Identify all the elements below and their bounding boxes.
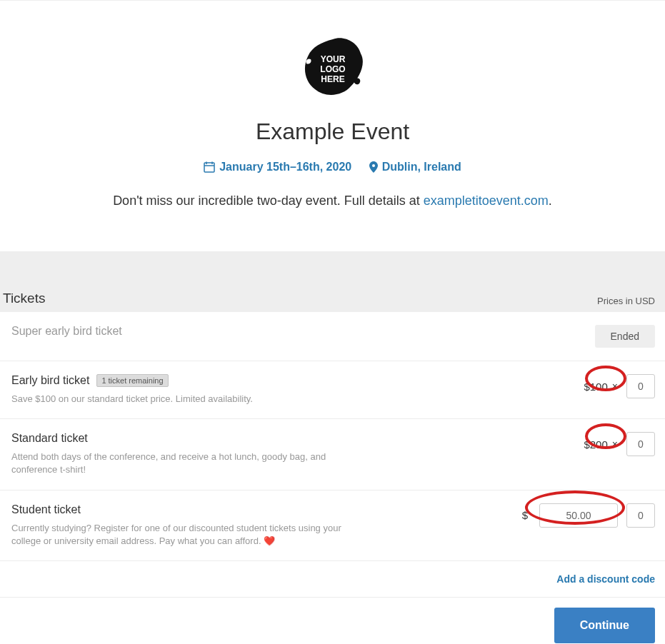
ticket-desc-prefix: Currently studying? Register for one of … (11, 523, 341, 546)
tickets-header: Tickets Prices in USD (0, 291, 665, 312)
price-input[interactable] (539, 503, 618, 528)
event-location: Dublin, Ireland (369, 161, 461, 173)
event-header: YOUR LOGO HERE Example Event January 15t… (0, 0, 665, 251)
multiply-icon: × (612, 438, 618, 450)
currency-symbol: $ (522, 509, 528, 521)
continue-row: Continue (0, 598, 665, 644)
discount-row: Add a discount code (0, 561, 665, 598)
ticket-name: Standard ticket (11, 432, 88, 445)
ticket-name: Early bird ticket 1 ticket remaining (11, 374, 169, 387)
heart-icon: ❤️ (264, 535, 275, 546)
logo-wrap: YOUR LOGO HERE (14, 36, 651, 101)
event-date-text: January 15th–16th, 2020 (219, 161, 351, 173)
quantity-input[interactable] (626, 432, 655, 456)
prices-in-label: Prices in USD (597, 296, 655, 306)
ticket-list: Super early bird ticket Ended Early bird… (0, 312, 665, 644)
ticket-name-text: Early bird ticket (11, 374, 89, 387)
tickets-section: Tickets Prices in USD Super early bird t… (0, 251, 665, 644)
ticket-price-value: $100 (584, 381, 607, 393)
ticket-row-standard: Standard ticket Attend both days of the … (0, 419, 665, 490)
event-date: January 15th–16th, 2020 (204, 161, 351, 173)
ticket-description: Save $100 on our standard ticket price. … (11, 393, 354, 406)
logo-text-1: YOUR (320, 54, 345, 64)
ticket-price: $100 × (584, 381, 618, 393)
event-title: Example Event (14, 119, 651, 145)
ticket-price: $200 × (584, 438, 618, 451)
quantity-input[interactable] (626, 503, 655, 528)
ticket-name: Super early bird ticket (11, 325, 122, 338)
multiply-icon: × (612, 381, 618, 392)
location-pin-icon (369, 161, 378, 173)
ticket-row-super-early: Super early bird ticket Ended (0, 312, 665, 361)
calendar-icon (204, 161, 215, 173)
logo-placeholder: YOUR LOGO HERE (301, 36, 365, 101)
event-description: Don't miss our incredible two-day event.… (14, 193, 651, 208)
logo-text-2: LOGO (320, 64, 345, 74)
logo-text-3: HERE (321, 74, 344, 84)
ticket-description: Attend both days of the conference, and … (11, 451, 354, 476)
continue-button[interactable]: Continue (554, 608, 655, 643)
event-desc-link[interactable]: exampletitoevent.com (424, 193, 549, 208)
svg-rect-0 (204, 163, 214, 172)
event-desc-suffix: . (549, 193, 552, 208)
discount-code-link[interactable]: Add a discount code (556, 573, 655, 585)
event-desc-prefix: Don't miss our incredible two-day event.… (113, 193, 424, 208)
ended-badge: Ended (595, 325, 655, 348)
ticket-name: Student ticket (11, 503, 81, 516)
ticket-price-value: $200 (584, 438, 607, 451)
ticket-remaining-badge: 1 ticket remaining (96, 374, 168, 387)
ticket-row-student: Student ticket Currently studying? Regis… (0, 490, 665, 561)
tickets-title: Tickets (3, 291, 45, 306)
ticket-description: Currently studying? Register for one of … (11, 522, 354, 548)
ticket-row-early-bird: Early bird ticket 1 ticket remaining Sav… (0, 361, 665, 419)
quantity-input[interactable] (626, 374, 655, 398)
event-location-text: Dublin, Ireland (382, 161, 461, 173)
event-meta: January 15th–16th, 2020 Dublin, Ireland (14, 161, 651, 176)
